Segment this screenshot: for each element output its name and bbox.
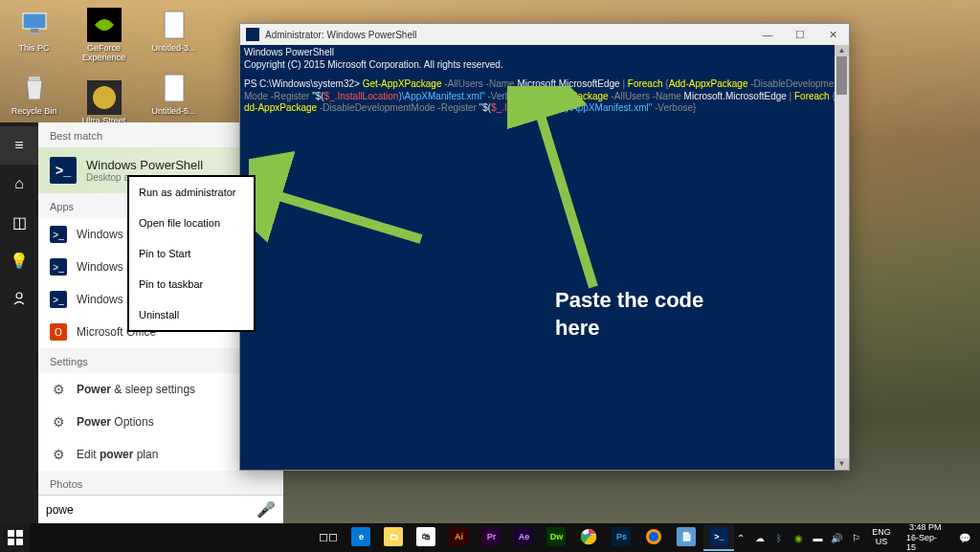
powershell-icon: >_ [50,226,67,243]
tb-chrome[interactable] [573,524,604,551]
tb-task-view[interactable]: ◻◻ [313,524,344,551]
svg-rect-8 [165,75,184,101]
label: Recycle Bin [11,107,57,117]
pc-icon [17,8,52,42]
scrollbar[interactable]: ▲ ▼ [835,45,849,470]
scroll-down-icon[interactable]: ▼ [835,458,849,470]
cm-run-as-admin[interactable]: Run as administrator [129,177,254,208]
cm-open-file-location[interactable]: Open file location [129,208,254,238]
scroll-thumb[interactable] [836,56,847,95]
start-button[interactable] [0,523,30,552]
tb-explorer[interactable]: 🗀 [378,524,409,551]
desktop-icon-this-pc[interactable]: This PC [8,8,60,54]
mic-icon[interactable]: 🎤 [256,500,276,519]
svg-point-21 [649,532,658,541]
tray-flag-icon[interactable]: ⚐ [849,530,862,545]
svg-rect-7 [165,11,184,38]
label: Power Options [77,415,154,429]
powershell-window: Administrator: Windows PowerShell — ☐ ✕ … [239,23,850,471]
cube-icon[interactable]: ◫ [0,203,38,241]
powershell-icon: >_ [50,258,67,276]
game-icon [87,80,122,115]
gear-icon: ⚙ [50,446,67,463]
tray-chevron-up-icon[interactable]: ⌃ [734,530,747,545]
titlebar[interactable]: Administrator: Windows PowerShell — ☐ ✕ [240,24,849,45]
tb-firefox[interactable] [638,524,669,551]
svg-rect-14 [8,530,14,537]
cm-pin-to-taskbar[interactable]: Pin to taskbar [129,269,254,299]
svg-rect-3 [29,77,40,80]
best-match-title: Windows PowerShell [86,158,203,172]
tray-volume-icon[interactable]: 🔊 [830,530,843,545]
gear-icon: ⚙ [50,413,67,431]
ps-header-1: Windows PowerShell [244,47,845,59]
tb-ae[interactable]: Ae [508,524,539,551]
terminal-body[interactable]: Windows PowerShell Copyright (C) 2015 Mi… [240,45,849,470]
file-icon [157,71,191,105]
cm-pin-to-start[interactable]: Pin to Start [129,238,254,269]
close-button[interactable]: ✕ [816,24,849,45]
tb-dw[interactable]: Dw [541,524,571,551]
svg-rect-17 [16,539,23,545]
tray-bluetooth-icon[interactable]: ᛒ [772,530,786,545]
label: GeForce Experience [78,44,130,63]
svg-rect-0 [23,13,46,29]
tb-pr[interactable]: Pr [476,524,506,551]
label: Power & sleep settings [77,383,195,396]
ps-header-2: Copyright (C) 2015 Microsoft Corporation… [244,59,845,72]
tray-network-icon[interactable]: ▬ [811,530,824,545]
maximize-button[interactable]: ☐ [784,24,816,45]
desktop-icon-geforce[interactable]: GeForce Experience [78,8,130,63]
label: Edit power plan [77,448,158,461]
svg-point-6 [93,86,116,109]
hamburger-button[interactable]: ≡ [0,126,38,165]
svg-rect-2 [27,33,42,34]
label: Untitled-5... [151,107,195,117]
home-icon[interactable]: ⌂ [0,165,38,203]
taskbar: ◻◻ e 🗀 🛍 Ai Pr Ae Dw Ps 📄 >_ ⌃ ☁ ᛒ ◉ ▬ 🔊… [0,523,980,552]
desktop-icon-file1[interactable]: Untitled-3... [147,8,200,54]
svg-rect-15 [16,530,23,537]
file-icon [157,8,191,42]
system-tray: ⌃ ☁ ᛒ ◉ ▬ 🔊 ⚐ ENGUS 3:48 PM 16-Sep-15 💬 [734,522,980,552]
office-icon: O [50,323,67,341]
notifications-button[interactable]: 💬 [953,524,976,551]
tb-edge[interactable]: e [345,524,376,551]
recycle-bin-icon [17,71,52,105]
desktop-icon-file2[interactable]: Untitled-5... [147,71,200,117]
powershell-icon [246,28,259,41]
tray-nvidia-icon[interactable]: ◉ [791,530,805,545]
minimize-button[interactable]: — [751,24,784,45]
powershell-icon: >_ [50,291,67,308]
tb-notes[interactable]: 📄 [671,524,702,551]
svg-rect-16 [8,539,14,545]
tb-ps[interactable]: Ps [606,524,636,551]
tray-lang[interactable]: ENGUS [868,528,895,547]
ps-command-line: PS C:\Windows\system32> Get-AppXPackage … [244,78,845,115]
label: Untitled-3... [151,44,195,54]
cm-uninstall[interactable]: Uninstall [129,299,254,330]
window-title: Administrator: Windows PowerShell [265,30,416,40]
powershell-icon: >_ [50,157,77,184]
tb-powershell[interactable]: >_ [703,524,734,551]
gear-icon: ⚙ [50,381,67,398]
tray-onedrive-icon[interactable]: ☁ [753,530,767,545]
search-box: 🎤 [38,495,283,523]
desktop-icon-recycle-bin[interactable]: Recycle Bin [8,71,60,117]
svg-point-9 [16,293,22,298]
tb-store[interactable]: 🛍 [411,524,441,551]
nvidia-icon [87,8,122,42]
search-input[interactable] [46,503,256,517]
svg-rect-1 [31,29,38,33]
feedback-icon[interactable] [0,279,38,318]
lightbulb-icon[interactable]: 💡 [0,241,38,279]
section-photos: Photos [38,471,283,496]
scroll-up-icon[interactable]: ▲ [835,45,849,56]
taskbar-clock[interactable]: 3:48 PM 16-Sep-15 [901,522,947,552]
start-menu-rail: ≡ ⌂ ◫ 💡 [0,122,38,523]
context-menu: Run as administrator Open file location … [127,175,256,332]
label: This PC [18,44,49,54]
taskbar-pinned: ◻◻ e 🗀 🛍 Ai Pr Ae Dw Ps 📄 >_ [313,524,734,551]
tb-ai[interactable]: Ai [443,524,474,551]
desktop-icons-area: This PC Recycle Bin GeForce Experience U… [8,8,200,136]
